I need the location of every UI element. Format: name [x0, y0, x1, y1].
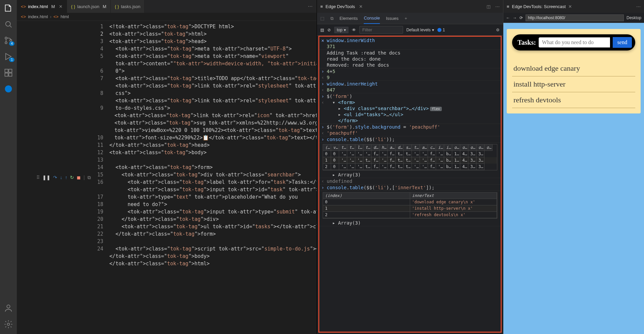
stop-icon[interactable]: ◼ — [77, 175, 81, 180]
tasks-list: download edge canaryinstall http-serverr… — [512, 61, 635, 108]
searchbar: Tasks: — [512, 34, 635, 51]
split-icon[interactable]: ◫ — [487, 4, 491, 9]
account-icon[interactable] — [4, 303, 13, 313]
issues-indicator[interactable]: 1 — [437, 28, 445, 32]
panel-icon: ≡ — [320, 4, 323, 9]
close-icon[interactable]: ✕ — [359, 4, 363, 9]
console-toolbar: ▤ ⊘ top▾ 👁 Default levels▾ 1 ⚙ — [317, 24, 503, 36]
list-item[interactable]: download edge canary — [512, 61, 635, 76]
svg-rect-7 — [9, 73, 12, 76]
svg-point-0 — [6, 22, 10, 26]
devtools-title: Edge DevTools — [326, 4, 355, 9]
step-into-icon[interactable]: ↓ — [60, 175, 62, 180]
edge-tools-icon[interactable] — [4, 84, 13, 94]
editor-tabs: <> index.html M ✕ { } launch.json M { } … — [17, 0, 317, 13]
svg-rect-4 — [5, 69, 8, 72]
open-devtools-icon[interactable]: ⧉ — [87, 175, 91, 180]
close-icon[interactable]: ✕ — [568, 4, 572, 9]
devtools-tabs: ⬚ ⧉ Elements Console Issues + — [317, 13, 503, 24]
devtools-panel: ≡ Edge DevTools ✕ ◫ ⋯ ⬚ ⧉ Elements Conso… — [317, 0, 503, 334]
todo-app: Tasks: download edge canaryinstall http-… — [507, 29, 641, 113]
context-selector[interactable]: top▾ — [334, 27, 349, 33]
tasks-label: Tasks: — [515, 39, 536, 46]
svg-point-9 — [7, 305, 10, 308]
console-table: (index)innerText0'download edge canary\n… — [323, 192, 497, 219]
send-button[interactable] — [613, 37, 632, 48]
extensions-icon[interactable] — [4, 68, 13, 77]
scm-badge: 4 — [9, 41, 14, 46]
line-gutter: 12345 67 8 9 10111213141516 171819202122… — [94, 21, 108, 334]
live-expression-icon[interactable]: 👁 — [352, 28, 356, 32]
console-settings-icon[interactable]: ⚙ — [496, 28, 500, 32]
tab-index-html[interactable]: <> index.html M ✕ — [17, 0, 67, 13]
activity-bar: 4 1 — [0, 0, 17, 334]
list-item[interactable]: install http-server — [512, 76, 635, 92]
forward-icon[interactable]: → — [513, 15, 517, 20]
panel-icon: ≡ — [507, 4, 509, 9]
screencast-panel: ≡ Edge DevTools: Screencast ✕ ⋯ ← → ⟳ De… — [503, 0, 644, 334]
svg-point-8 — [5, 86, 12, 93]
settings-gear-icon[interactable] — [4, 320, 13, 329]
sidebar-toggle-icon[interactable]: ▤ — [320, 28, 324, 32]
console-filter-input[interactable] — [359, 26, 403, 34]
url-input[interactable] — [526, 14, 624, 21]
breadcrumb-file: index.html — [28, 14, 48, 19]
add-tab-icon[interactable]: + — [404, 16, 407, 21]
clear-console-icon[interactable]: ⊘ — [327, 28, 331, 32]
drag-handle-icon[interactable]: ⠿ — [36, 175, 40, 180]
editor-region: <> index.html M ✕ { } launch.json M { } … — [17, 0, 317, 334]
list-item[interactable]: refresh devtools — [512, 92, 635, 108]
svg-point-1 — [5, 37, 7, 39]
step-out-icon[interactable]: ↑ — [65, 175, 67, 180]
tab-tasks-json[interactable]: { } tasks.json — [111, 0, 145, 13]
back-icon[interactable]: ← — [506, 15, 510, 20]
task-input[interactable] — [539, 37, 610, 47]
tab-label: index.html — [28, 4, 48, 9]
close-icon[interactable]: ✕ — [59, 4, 63, 9]
code-content[interactable]: <!tok-attr">class="tok-tag">DOCTYPE html… — [108, 21, 317, 334]
tab-modified-indicator: M — [51, 4, 55, 9]
svg-rect-5 — [9, 69, 12, 72]
svg-rect-6 — [5, 73, 8, 76]
svg-point-2 — [5, 42, 7, 44]
tab-launch-json[interactable]: { } launch.json M — [67, 0, 111, 13]
debug-badge: 1 — [9, 58, 14, 62]
more-icon[interactable]: ⋯ — [636, 4, 641, 9]
breadcrumb-symbol: html — [61, 14, 69, 19]
screencast-nav: ← → ⟳ Desktop — [503, 13, 644, 23]
more-icon[interactable]: ⋯ — [495, 4, 500, 9]
screencast-viewport[interactable]: Tasks: download edge canaryinstall http-… — [503, 23, 644, 334]
tab-label: tasks.json — [121, 4, 141, 9]
step-over-icon[interactable]: ↷ — [53, 175, 57, 180]
console-output[interactable]: ✕window.innerWidth 371 Adding Task :read… — [318, 36, 502, 333]
run-debug-icon[interactable]: 1 — [4, 52, 13, 61]
more-actions-icon[interactable]: ⋯ — [308, 4, 313, 9]
code-editor[interactable]: 12345 67 8 9 10111213141516 171819202122… — [94, 21, 317, 334]
explorer-icon[interactable] — [4, 3, 13, 13]
pause-icon[interactable]: ❚❚ — [42, 175, 50, 180]
todo-form: Tasks: download edge canaryinstall http-… — [512, 34, 635, 108]
tab-label: launch.json — [77, 4, 100, 9]
console-table: (.v.t.t.l.t.d.h.a.d.s.t.a.c.i.i.o.o.o.o.… — [323, 144, 497, 170]
tab-modified-indicator: M — [103, 4, 106, 9]
log-levels-selector[interactable]: Default levels▾ — [406, 28, 434, 32]
svg-point-10 — [7, 323, 10, 326]
search-icon[interactable] — [4, 20, 13, 29]
tab-console[interactable]: Console — [364, 13, 380, 24]
device-toggle-icon[interactable]: ⧉ — [330, 16, 333, 21]
reload-icon[interactable]: ⟳ — [520, 15, 523, 20]
debug-toolbar: ⠿ ❚❚ ↷ ↓ ↑ ↻ ◼ | ⧉ — [33, 21, 94, 334]
screencast-title-bar: ≡ Edge DevTools: Screencast ✕ ⋯ — [503, 0, 644, 13]
screencast-title: Edge DevTools: Screencast — [512, 4, 566, 9]
restart-icon[interactable]: ↻ — [70, 175, 74, 180]
tab-elements[interactable]: Elements — [339, 13, 358, 24]
devtools-title-bar: ≡ Edge DevTools ✕ ◫ ⋯ — [317, 0, 503, 13]
device-label[interactable]: Desktop — [627, 15, 641, 20]
inspect-icon[interactable]: ⬚ — [320, 16, 324, 21]
tab-issues[interactable]: Issues — [386, 13, 399, 24]
breadcrumb[interactable]: <> index.html › <> html — [17, 13, 317, 21]
source-control-icon[interactable]: 4 — [4, 36, 13, 45]
